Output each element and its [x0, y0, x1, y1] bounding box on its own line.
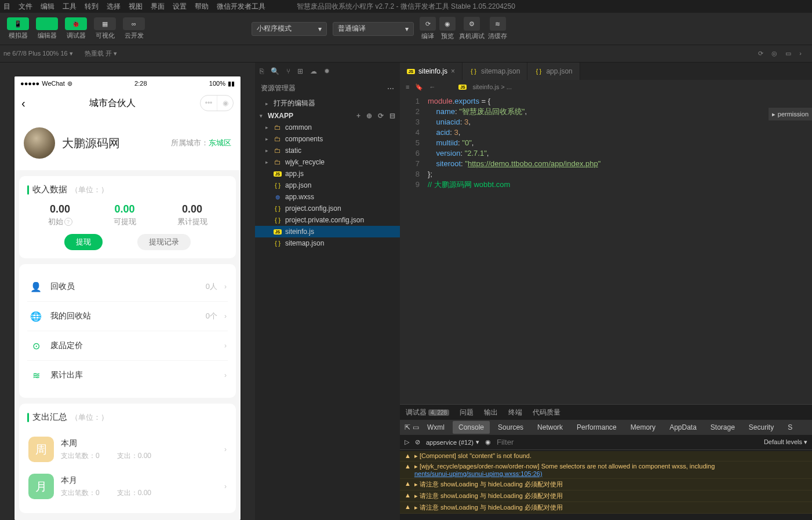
block-icon[interactable]: ⊘ — [415, 438, 420, 446]
file-row[interactable]: JSapp.js — [255, 168, 400, 180]
remote-debug-button[interactable]: ⚙ — [464, 17, 480, 31]
subbar-icon[interactable]: ⟳ — [758, 50, 763, 57]
new-folder-icon[interactable]: ⊕ — [366, 112, 372, 120]
folder-row[interactable]: ▸🗀common — [255, 122, 400, 133]
menu-item[interactable]: 编辑 — [41, 2, 54, 12]
bc-bookmark-icon[interactable]: 🔖 — [415, 83, 423, 91]
toolbar-button-云开发[interactable]: ∞云开发 — [121, 16, 147, 41]
debugger-top-tab[interactable]: 终端 — [508, 408, 522, 418]
clear-cache-button[interactable]: ≋ — [490, 17, 506, 31]
ext-icon[interactable]: ⊞ — [297, 67, 303, 75]
debugger-tab[interactable]: Network — [531, 421, 569, 434]
debugger-tab[interactable]: Memory — [625, 421, 661, 434]
menu-item[interactable]: 文件 — [19, 2, 32, 12]
device-select[interactable]: ne 6/7/8 Plus 100% 16 ▾ — [3, 50, 73, 57]
editor-panel: JSsiteinfo.js×{ }sitemap.json{ }app.json… — [400, 63, 812, 520]
menu-item[interactable]: 界面 — [151, 2, 165, 12]
list-item[interactable]: ≋累计出库› — [27, 361, 228, 390]
debugger-tab[interactable]: AppData — [664, 421, 702, 434]
subbar-icon[interactable]: › — [799, 50, 802, 57]
avatar — [24, 127, 55, 159]
expense-item[interactable]: 周本周支出笔数：0支出：0.00› — [27, 431, 228, 468]
folder-row[interactable]: ▸🗀wjyk_recycle — [255, 156, 400, 168]
debugger-tab[interactable]: Sources — [492, 421, 529, 434]
expense-item[interactable]: 月本月支出笔数：0支出：0.00› — [27, 468, 228, 505]
inspect-icon[interactable]: ⇱ — [405, 423, 410, 431]
debugger-tab[interactable]: S — [782, 421, 798, 434]
new-file-icon[interactable]: + — [356, 112, 361, 120]
menu-item[interactable]: 微信开发者工具 — [217, 2, 265, 12]
file-row[interactable]: { }sitemap.json — [255, 237, 400, 249]
bug-icon[interactable]: ✹ — [324, 67, 330, 75]
menubar: 目 文件 编辑 工具 转到 选择 视图 界面 设置 帮助 微信开发者工具 智慧废… — [0, 0, 812, 13]
debugger-tab[interactable]: Security — [743, 421, 780, 434]
menu-item[interactable]: 视图 — [129, 2, 143, 12]
menu-item[interactable]: 帮助 — [195, 2, 209, 12]
device-icon[interactable]: ▭ — [413, 423, 419, 431]
compile-dropdown[interactable]: 普通编译▾ — [333, 22, 414, 36]
list-item[interactable]: 🌐我的回收站0个› — [27, 302, 228, 331]
subbar-icon[interactable]: ◎ — [771, 50, 777, 57]
file-row[interactable]: JSsiteinfo.js — [255, 226, 400, 237]
debugger-tab[interactable]: Performance — [571, 421, 622, 434]
refresh-icon[interactable]: ⟳ — [378, 112, 384, 120]
hotreload-toggle[interactable]: 热重载 开 ▾ — [85, 49, 117, 58]
toolbar-button-可视化[interactable]: ▦可视化 — [92, 16, 118, 41]
debugger-tab[interactable]: Console — [453, 421, 490, 434]
capsule-close-button[interactable]: ◉ — [217, 96, 233, 111]
search-icon[interactable]: 🔍 — [271, 67, 279, 75]
record-button[interactable]: 提现记录 — [137, 234, 191, 250]
folder-row[interactable]: ▸🗀static — [255, 145, 400, 156]
collapse-icon[interactable]: ⊟ — [389, 112, 395, 120]
bc-arrow-icon[interactable]: ← — [429, 83, 435, 90]
editor-tab[interactable]: { }sitemap.json — [463, 63, 527, 80]
permission-tag[interactable]: ▸ permission — [769, 108, 812, 120]
toolbar-button-编辑器[interactable]: 编辑器 — [34, 16, 60, 41]
debugger-tab[interactable]: Storage — [705, 421, 741, 434]
file-row[interactable]: { }app.json — [255, 180, 400, 191]
menu-item[interactable]: 选择 — [107, 2, 121, 12]
menu-item[interactable]: 目 — [3, 2, 10, 12]
file-icon: JS — [458, 85, 467, 90]
back-button[interactable]: ‹ — [21, 97, 26, 110]
menu-item[interactable]: 设置 — [173, 2, 187, 12]
compile-button[interactable]: ⟳ — [420, 17, 436, 31]
eye-icon[interactable]: ◉ — [485, 438, 491, 446]
toolbar-button-模拟器[interactable]: 📱模拟器 — [5, 16, 31, 41]
cloud-icon[interactable]: ☁ — [310, 67, 317, 75]
capsule-menu-button[interactable]: ••• — [201, 96, 217, 111]
menu-item[interactable]: 转到 — [85, 2, 99, 12]
context-select[interactable]: appservice (#12) ▾ — [426, 438, 479, 446]
editor-tab[interactable]: { }app.json — [527, 63, 580, 80]
list-item[interactable]: ⊙废品定价› — [27, 331, 228, 361]
debugger-top-tab[interactable]: 调试器 4, 228 — [406, 408, 449, 418]
window-title: 智慧废品回收系统小程序 v2.7.2 - 微信开发者工具 Stable 1.05… — [297, 2, 515, 12]
withdraw-button[interactable]: 提现 — [64, 234, 103, 250]
open-editors-section[interactable]: ▸打开的编辑器 — [255, 97, 400, 110]
editor-tab[interactable]: JSsiteinfo.js× — [400, 63, 463, 80]
file-row[interactable]: { }project.config.json — [255, 203, 400, 214]
root-folder[interactable]: ▾WXAPP + ⊕ ⟳ ⊟ — [255, 110, 400, 122]
file-row[interactable]: ⊚app.wxss — [255, 191, 400, 203]
levels-select[interactable]: Default levels ▾ — [764, 438, 807, 446]
debugger-top-tab[interactable]: 输出 — [484, 408, 498, 418]
debugger-top-tab[interactable]: 代码质量 — [533, 408, 560, 418]
bc-icon[interactable]: ≡ — [406, 83, 409, 90]
files-icon[interactable]: ⎘ — [260, 67, 264, 75]
console-log-line: ▲▸ [wjyk_recycle/pages/order-now/order-n… — [400, 462, 812, 479]
debugger-tab[interactable]: Wxml — [421, 421, 450, 434]
menu-item[interactable]: 工具 — [63, 2, 77, 12]
branch-icon[interactable]: ⑂ — [286, 67, 290, 75]
subbar-icon[interactable]: ▭ — [785, 50, 791, 57]
filter-input[interactable] — [497, 438, 613, 446]
mode-dropdown[interactable]: 小程序模式▾ — [252, 22, 327, 36]
debugger-top-tab[interactable]: 问题 — [460, 408, 474, 418]
more-icon[interactable]: ⋯ — [387, 85, 394, 93]
preview-button[interactable]: ◉ — [439, 17, 456, 31]
folder-row[interactable]: ▸🗀components — [255, 133, 400, 145]
list-item[interactable]: 👤回收员0人› — [27, 272, 228, 302]
code-editor[interactable]: ▸ permission 1module.exports = { 2 name:… — [400, 94, 812, 404]
toolbar-button-调试器[interactable]: 🐞调试器 — [63, 16, 89, 41]
file-row[interactable]: { }project.private.config.json — [255, 214, 400, 226]
play-icon[interactable]: ▷ — [405, 438, 409, 446]
